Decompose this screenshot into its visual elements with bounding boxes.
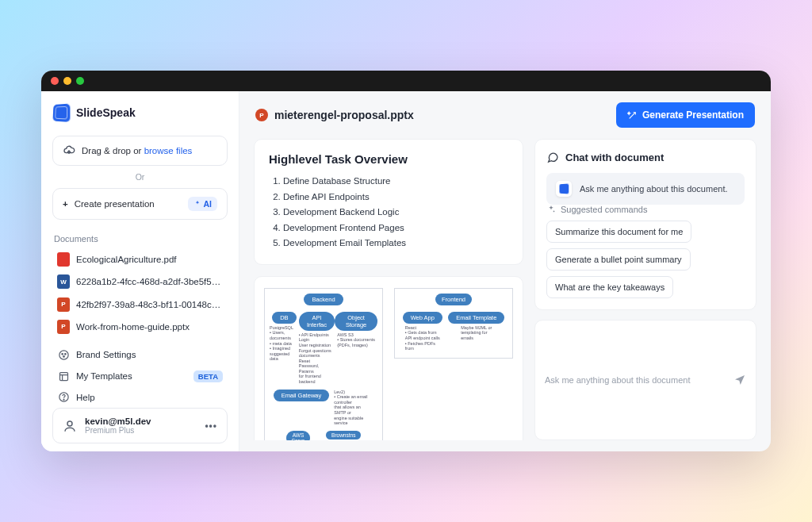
brand-logo-icon <box>52 104 70 122</box>
overview-list: Define Database Structure Define API End… <box>269 174 508 251</box>
app-window: SlideSpeak Drag & drop or browse files O… <box>41 71 771 451</box>
main-content: P mieterengel-proposal.pptx Generate Pre… <box>239 91 771 451</box>
document-item[interactable]: W 6228a1b2-4fcc-468d-a2df-3be5f543... <box>52 271 228 293</box>
upload-card[interactable]: Drag & drop or browse files <box>52 136 228 166</box>
pdf-icon <box>57 252 70 267</box>
upload-text: Drag & drop or browse files <box>82 146 192 155</box>
sidebar-item-my-templates[interactable]: My Templates BETA <box>52 366 228 387</box>
window-titlebar <box>41 71 771 91</box>
document-preview-column: Highlevel Task Overview Define Database … <box>254 139 523 440</box>
brand: SlideSpeak <box>52 104 228 121</box>
help-icon <box>57 391 70 404</box>
suggestion-list: Summarize this document for me Generate … <box>546 221 745 298</box>
brand-name: SlideSpeak <box>76 106 136 119</box>
assistant-avatar-icon <box>556 181 572 197</box>
user-email: kevin@m5l.dev <box>85 416 151 426</box>
create-label: Create presentation <box>75 199 155 209</box>
sparkle-icon <box>546 205 556 214</box>
pptx-icon: P <box>255 109 268 121</box>
suggestion-chip[interactable]: Summarize this document for me <box>546 221 691 243</box>
templates-icon <box>57 370 70 382</box>
chat-panel: Chat with document Ask me anything about… <box>534 139 756 310</box>
suggested-commands-label: Suggested commands <box>546 205 745 214</box>
close-icon[interactable] <box>51 77 59 85</box>
wand-icon <box>627 110 638 121</box>
chat-input-placeholder: Ask me anything about this document <box>545 375 690 385</box>
document-item[interactable]: P 42fb2f97-39a8-48c3-bf11-00148c732... <box>52 294 228 316</box>
slide-title: Highlevel Task Overview <box>269 152 508 166</box>
send-icon[interactable] <box>733 374 746 386</box>
chat-input[interactable]: Ask me anything about this document <box>534 320 756 440</box>
user-menu-button[interactable]: ••• <box>205 420 217 432</box>
document-title: P mieterengel-proposal.pptx <box>255 109 414 121</box>
slide-diagram: Backend DBPostgreSQL• Users, documents• … <box>254 276 523 440</box>
user-plan: Premium Plus <box>85 426 151 435</box>
create-presentation-button[interactable]: + Create presentation AI <box>52 188 228 220</box>
minimize-icon[interactable] <box>63 77 71 85</box>
user-icon <box>63 419 77 433</box>
documents-section-label: Documents <box>54 234 228 244</box>
upload-icon <box>63 144 75 157</box>
user-card: kevin@m5l.dev Premium Plus ••• <box>52 408 228 443</box>
header: P mieterengel-proposal.pptx Generate Pre… <box>239 91 771 139</box>
pptx-icon: P <box>57 297 70 312</box>
svg-point-7 <box>67 421 72 426</box>
sidebar-item-brand-settings[interactable]: Brand Settings <box>52 344 228 366</box>
svg-point-1 <box>61 353 63 355</box>
svg-point-2 <box>64 353 66 355</box>
svg-point-0 <box>59 351 67 359</box>
sidebar: SlideSpeak Drag & drop or browse files O… <box>41 91 239 451</box>
beta-badge: BETA <box>193 370 223 382</box>
generate-presentation-button[interactable]: Generate Presentation <box>616 102 755 128</box>
docx-icon: W <box>57 274 70 289</box>
maximize-icon[interactable] <box>76 77 84 85</box>
document-item[interactable]: EcologicalAgriculture.pdf <box>52 248 228 271</box>
chat-icon <box>546 151 559 163</box>
or-separator: Or <box>52 172 228 182</box>
svg-point-3 <box>63 355 64 357</box>
chat-greeting-bubble: Ask me anything about this document. <box>546 173 745 205</box>
browse-files-link[interactable]: browse files <box>144 146 193 155</box>
palette-icon <box>57 348 70 361</box>
svg-point-6 <box>63 399 64 400</box>
slide-overview: Highlevel Task Overview Define Database … <box>254 139 523 265</box>
chat-header: Chat with document <box>546 151 745 163</box>
pptx-icon: P <box>57 320 70 334</box>
diagram-frontend: Frontend Web AppReact• Gets data fromAPI… <box>394 288 513 359</box>
svg-rect-4 <box>59 372 67 380</box>
chat-column: Chat with document Ask me anything about… <box>534 139 756 440</box>
ai-badge: AI <box>188 197 218 211</box>
suggestion-chip[interactable]: What are the key takeaways <box>546 276 673 298</box>
sidebar-item-help[interactable]: Help <box>52 386 228 408</box>
suggestion-chip[interactable]: Generate a bullet point summary <box>546 248 691 271</box>
diagram-backend: Backend DBPostgreSQL• Users, documents• … <box>264 288 383 440</box>
document-item[interactable]: P Work-from-home-guide.pptx <box>52 316 228 338</box>
plus-icon: + <box>63 199 68 209</box>
